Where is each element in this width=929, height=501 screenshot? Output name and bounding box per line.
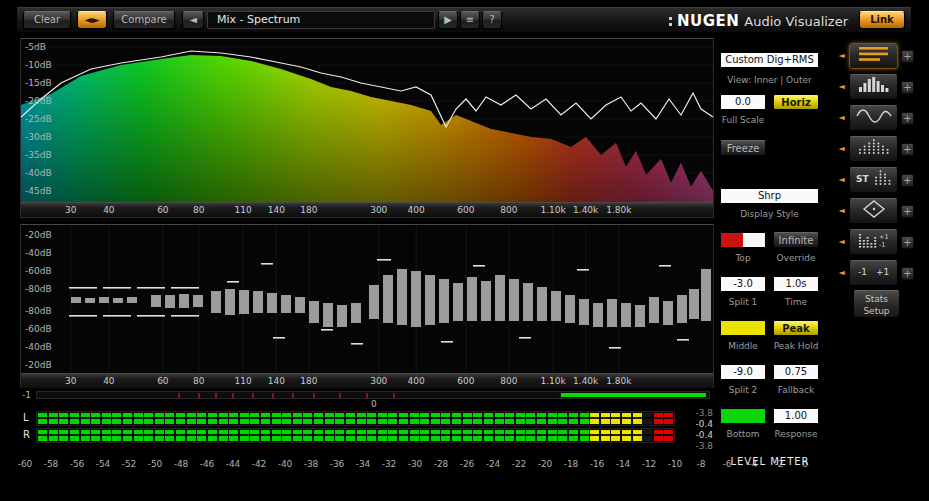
slot-1-left-arrow-icon[interactable]: ◄	[837, 43, 846, 69]
meter-segment	[495, 413, 504, 424]
correlation-range-button[interactable]: -1+1	[849, 260, 898, 286]
meter-segment	[123, 413, 132, 424]
frequency-tick-label: 400	[408, 376, 425, 386]
slot-3-add-button[interactable]: +	[901, 112, 914, 125]
override-button[interactable]: Infinite	[773, 232, 819, 248]
spectrum-display-panel: -5dB-10dB-15dB-20dB-25dB-30dB-35dB-40dB-…	[20, 38, 714, 218]
frequency-tick-label: 1.10k	[541, 205, 566, 215]
horiz-button[interactable]: Horiz	[773, 94, 819, 110]
meter-segment	[314, 413, 323, 424]
db-axis-label: -40dB	[25, 342, 52, 352]
swap-compare-icon-button[interactable]: ◄►	[77, 11, 107, 29]
fallback-field[interactable]: 0.75	[773, 364, 819, 380]
meter-segment	[601, 413, 610, 424]
compare-button[interactable]: Compare	[113, 11, 175, 29]
meter-segment	[441, 413, 450, 424]
meter-segment	[580, 430, 589, 441]
meter-segment	[102, 430, 111, 441]
meter-segment	[272, 413, 281, 424]
meter-segment	[378, 430, 387, 441]
peak-hold-button[interactable]: Peak	[773, 320, 819, 336]
slot-6-add-button[interactable]: +	[901, 205, 914, 218]
frequency-tick-label: 1.80k	[606, 376, 631, 386]
correlation-track	[36, 391, 710, 399]
nugen-dots-icon	[669, 17, 672, 26]
display-style-select[interactable]: Shrp	[720, 188, 819, 204]
display-slot-1: ◄+	[836, 42, 929, 70]
slot-5-add-button[interactable]: +	[901, 174, 914, 187]
display-style-label: Display Style	[720, 208, 819, 220]
db-axis-label: -30dB	[25, 132, 52, 142]
frequency-tick-label: 800	[500, 376, 517, 386]
frequency-tick-label: 180	[300, 205, 317, 215]
waveform-button[interactable]	[849, 105, 898, 131]
meter-segment	[654, 413, 663, 424]
slot-4-add-button[interactable]: +	[901, 143, 914, 156]
slot-5-left-arrow-icon[interactable]: ◄	[837, 167, 846, 193]
vectorscope-button[interactable]	[849, 198, 898, 224]
split1-field[interactable]: -3.0	[720, 276, 766, 292]
slot-6-left-arrow-icon[interactable]: ◄	[837, 198, 846, 224]
prev-preset-icon-button[interactable]: ◄	[182, 11, 204, 29]
help-button[interactable]: ?	[482, 11, 502, 29]
top-color-swatch[interactable]	[720, 232, 766, 248]
frequency-tick-label: 1.10k	[541, 376, 566, 386]
slot-3-left-arrow-icon[interactable]: ◄	[837, 105, 846, 131]
meter-segment	[59, 413, 68, 424]
svg-text:-1: -1	[858, 267, 867, 277]
bars-frequency-axis: 304060801101401803004006008001.10k1.40k1…	[21, 373, 713, 388]
view-mode-toggle[interactable]: View: Inner | Outer	[720, 74, 819, 86]
freeze-button[interactable]: Freeze	[720, 140, 766, 156]
meter-segment	[282, 430, 291, 441]
meter-segment	[633, 413, 642, 424]
meter-segment	[505, 413, 514, 424]
slot-4-left-arrow-icon[interactable]: ◄	[837, 136, 846, 162]
meter-segment	[261, 430, 270, 441]
slot-7-add-button[interactable]: +	[901, 236, 914, 249]
meter-mode-select[interactable]: Custom Dig+RMS	[720, 52, 819, 68]
time-field[interactable]: 1.0s	[773, 276, 819, 292]
meter-segment	[272, 430, 281, 441]
histogram-button[interactable]	[849, 74, 898, 100]
bottom-color-swatch[interactable]	[720, 408, 766, 424]
meter-segment	[261, 413, 270, 424]
slot-8-add-button[interactable]: +	[901, 267, 914, 280]
meter-segment	[654, 430, 663, 441]
slot-7-left-arrow-icon[interactable]: ◄	[837, 229, 846, 255]
preset-list-icon-button[interactable]: ≡	[460, 11, 480, 29]
full-scale-value-field[interactable]: 0.0	[720, 94, 766, 110]
link-button[interactable]: Link	[859, 11, 905, 29]
slot-2-left-arrow-icon[interactable]: ◄	[837, 74, 846, 100]
frequency-tick-label: 300	[370, 376, 387, 386]
middle-color-swatch[interactable]	[720, 320, 766, 336]
meter-segment	[505, 430, 514, 441]
stereo-spectrum-button[interactable]: ST	[849, 167, 898, 193]
spectrum-lines-button[interactable]	[849, 43, 898, 69]
meter-segment	[357, 413, 366, 424]
meter-segment	[303, 430, 312, 441]
frequency-tick-label: 60	[157, 376, 168, 386]
meter-segment	[463, 430, 472, 441]
stats-setup-button[interactable]: Stats Setup	[853, 290, 900, 318]
plusminus-meter-button[interactable]: +1-1	[849, 229, 898, 255]
response-field[interactable]: 1.00	[773, 408, 819, 424]
frequency-tick-label: 40	[103, 205, 114, 215]
preset-name-field[interactable]: Mix - Spectrum	[207, 11, 435, 29]
clear-button[interactable]: Clear	[23, 11, 71, 29]
meter-segment	[325, 430, 334, 441]
top-label: Top	[720, 252, 766, 264]
dot-columns-button[interactable]	[849, 136, 898, 162]
scale-tick-label: -28	[434, 459, 449, 469]
slot-2-add-button[interactable]: +	[901, 81, 914, 94]
correlation-zero-label: 0	[371, 399, 377, 409]
right-channel-label: R	[23, 429, 30, 440]
slot-8-left-arrow-icon[interactable]: ◄	[837, 260, 846, 286]
play-icon-button[interactable]: ▶	[438, 11, 458, 29]
slot-1-add-button[interactable]: +	[901, 50, 914, 63]
frequency-tick-label: 30	[65, 205, 76, 215]
split2-field[interactable]: -9.0	[720, 364, 766, 380]
meter-readout-value: -0.4	[695, 430, 713, 440]
meter-segment	[484, 430, 493, 441]
brand-product: Audio Visualizer	[744, 14, 848, 29]
meter-segment	[325, 413, 334, 424]
